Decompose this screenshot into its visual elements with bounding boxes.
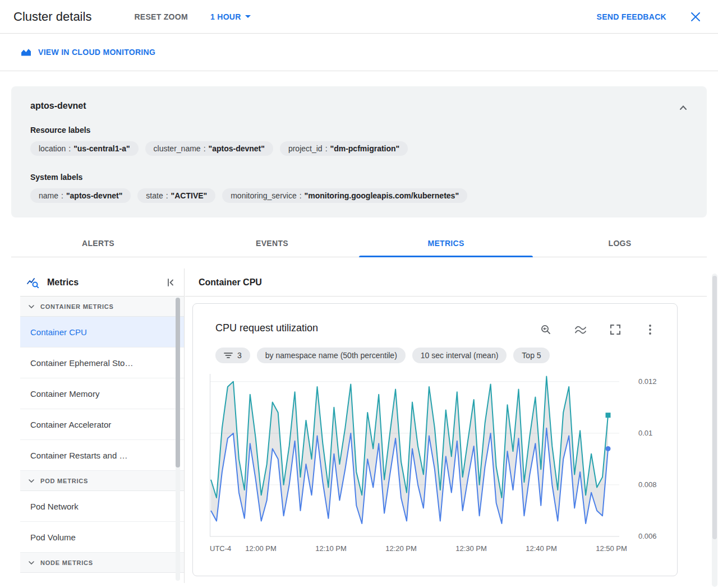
label-key: cluster_name — [154, 144, 201, 153]
y-axis-label: 0.01 — [638, 429, 666, 437]
section-node-metrics[interactable]: NODE METRICS — [20, 553, 184, 573]
label-separator: : — [300, 191, 302, 200]
resource-labels-row: location:"us-central1-a" cluster_name:"a… — [30, 141, 689, 156]
tab-metrics[interactable]: METRICS — [359, 231, 533, 257]
label-separator: : — [61, 191, 63, 200]
chart-area: 0.0120.010.0080.006UTC-412:00 PM12:10 PM… — [210, 374, 673, 559]
stacked-lines-icon — [575, 325, 586, 334]
collapse-card-button[interactable] — [674, 99, 692, 117]
close-icon — [691, 12, 701, 22]
label-value: "dm-pcfmigration" — [330, 144, 400, 153]
chart-mode-button[interactable] — [572, 321, 590, 339]
section-label: NODE METRICS — [40, 559, 93, 566]
monitoring-link-label: VIEW IN CLOUD MONITORING — [38, 48, 155, 57]
label-separator: : — [68, 144, 71, 153]
x-axis-tick-label: 12:10 PM — [306, 544, 356, 553]
chevron-up-icon — [678, 103, 688, 112]
label-value: "aptos-devnet" — [66, 191, 122, 200]
x-axis-tick-label: 12:30 PM — [446, 544, 496, 553]
sidebar-item-container-accelerator[interactable]: Container Accelerator — [20, 409, 184, 440]
chart-filter-chips: 3 by namespace name (50th percentile) 10… — [215, 348, 550, 363]
label-chip-name: name:"aptos-devnet" — [30, 188, 131, 203]
cluster-name: aptos-devnet — [30, 101, 689, 111]
close-button[interactable] — [687, 8, 705, 26]
resource-labels-heading: Resource labels — [30, 126, 689, 135]
sidebar-scrollbar-thumb[interactable] — [176, 298, 180, 467]
chevron-down-icon — [29, 305, 34, 308]
zoom-reset-icon — [540, 324, 551, 335]
sidebar-item-container-restarts[interactable]: Container Restarts and … — [20, 440, 184, 471]
chart-title: CPU request utilization — [215, 322, 318, 334]
label-separator: : — [204, 144, 206, 153]
cpu-request-utilization-card: CPU request utilization — [192, 303, 678, 576]
view-in-cloud-monitoring-link[interactable]: VIEW IN CLOUD MONITORING — [20, 48, 155, 57]
more-vert-icon — [649, 325, 651, 335]
page-scrollbar-thumb[interactable] — [712, 276, 717, 539]
sidebar-title: Metrics — [47, 277, 79, 288]
x-axis-timezone-label: UTC-4 — [210, 544, 231, 553]
section-label: CONTAINER METRICS — [40, 303, 114, 310]
metrics-tab-content: Metrics CONTAINER METRICS Container CPU … — [11, 268, 707, 583]
sidebar-item-pod-volume[interactable]: Pod Volume — [20, 522, 184, 553]
chart-toolbar — [537, 321, 659, 339]
label-key: name — [39, 191, 58, 200]
cluster-details-panel: Cluster details RESET ZOOM 1 HOUR SEND F… — [0, 0, 718, 588]
query-stats-icon — [27, 277, 39, 288]
page-title: Cluster details — [13, 10, 91, 24]
label-chip-cluster-name: cluster_name:"aptos-devnet" — [145, 141, 273, 156]
label-value: "aptos-devnet" — [209, 144, 265, 153]
tab-bar: ALERTS EVENTS METRICS LOGS — [11, 231, 707, 257]
fullscreen-button[interactable] — [606, 321, 624, 339]
sidebar-item-container-ephemeral-storage[interactable]: Container Ephemeral Sto… — [20, 348, 184, 378]
monitoring-bar: VIEW IN CLOUD MONITORING — [0, 34, 718, 71]
chevron-down-icon — [29, 561, 34, 564]
zoom-reset-button[interactable] — [537, 321, 555, 339]
filter-list-icon — [224, 352, 233, 359]
time-range-dropdown[interactable]: 1 HOUR — [206, 9, 255, 25]
tab-alerts[interactable]: ALERTS — [11, 231, 185, 257]
top5-chip[interactable]: Top 5 — [513, 348, 549, 363]
label-value: "us-central1-a" — [73, 144, 130, 153]
label-value: "monitoring.googleapis.com/kubernetes" — [305, 191, 459, 200]
x-axis-tick-label: 12:00 PM — [236, 544, 286, 553]
label-key: state — [146, 191, 163, 200]
sidebar-header: Metrics — [20, 268, 184, 297]
label-key: monitoring_service — [231, 191, 297, 200]
tab-logs[interactable]: LOGS — [533, 231, 707, 257]
sidebar-item-pod-network[interactable]: Pod Network — [20, 491, 184, 522]
filter-count-chip[interactable]: 3 — [215, 348, 250, 363]
label-chip-monitoring-service: monitoring_service:"monitoring.googleapi… — [222, 188, 467, 203]
label-separator: : — [166, 191, 168, 200]
collapse-sidebar-button[interactable] — [162, 274, 180, 291]
sidebar-item-container-cpu[interactable]: Container CPU — [20, 317, 184, 348]
reset-zoom-button[interactable]: RESET ZOOM — [130, 9, 192, 25]
label-chip-project-id: project_id:"dm-pcfmigration" — [280, 141, 408, 156]
label-chip-location: location:"us-central1-a" — [30, 141, 139, 156]
interval-chip[interactable]: 10 sec interval (mean) — [412, 348, 507, 363]
page-scrollbar[interactable] — [712, 274, 717, 587]
system-labels-row: name:"aptos-devnet" state:"ACTIVE" monit… — [30, 188, 689, 203]
metrics-sidebar: Metrics CONTAINER METRICS Container CPU … — [20, 268, 185, 583]
x-axis-tick-label: 12:20 PM — [376, 544, 426, 553]
more-options-button[interactable] — [641, 321, 659, 339]
y-axis-label: 0.006 — [638, 532, 666, 540]
sidebar-scrollbar[interactable] — [176, 298, 180, 581]
label-chip-state: state:"ACTIVE" — [137, 188, 215, 203]
send-feedback-button[interactable]: SEND FEEDBACK — [592, 9, 671, 25]
groupby-chip[interactable]: by namespace name (50th percentile) — [257, 348, 406, 363]
fullscreen-icon — [610, 325, 620, 335]
section-container-metrics[interactable]: CONTAINER METRICS — [20, 297, 184, 317]
tab-events[interactable]: EVENTS — [185, 231, 359, 257]
chevron-down-icon — [29, 479, 34, 483]
cpu-utilization-chart[interactable] — [210, 374, 619, 540]
time-range-label: 1 HOUR — [210, 12, 241, 21]
collapse-panel-icon — [165, 277, 176, 288]
metrics-main-panel: Container CPU CPU request utilization — [185, 268, 707, 583]
system-labels-heading: System labels — [30, 173, 689, 182]
caret-down-icon — [245, 15, 251, 18]
header: Cluster details RESET ZOOM 1 HOUR SEND F… — [0, 0, 718, 34]
section-pod-metrics[interactable]: POD METRICS — [20, 471, 184, 491]
main-panel-header: Container CPU — [185, 268, 707, 297]
area-chart-icon — [20, 48, 32, 57]
sidebar-item-container-memory[interactable]: Container Memory — [20, 378, 184, 409]
